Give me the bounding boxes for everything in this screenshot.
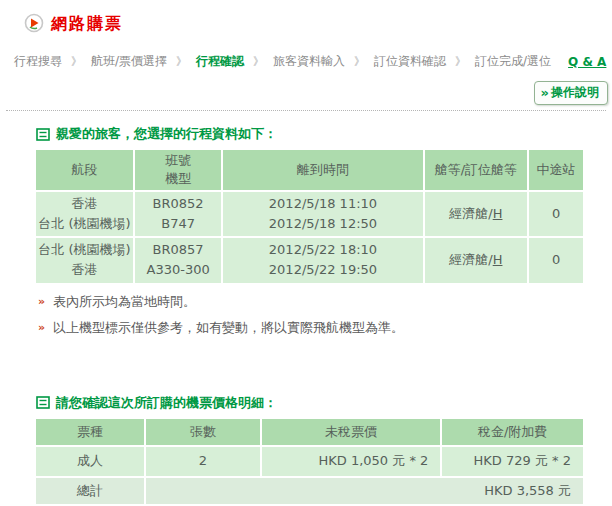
- total-row: 總計 HKD 3,558 元: [36, 478, 583, 504]
- cabin-cell: 經濟艙/H: [425, 192, 527, 236]
- page-header: 網路購票: [0, 0, 612, 36]
- toolbar: » 操作說明: [0, 70, 612, 105]
- col-cabin: 艙等/訂位艙等: [425, 150, 527, 190]
- breadcrumb-step-booking-confirm: 訂位資料確認: [374, 53, 446, 70]
- itinerary-header-row: 航段 班號 機型 離到時間 艙等/訂位艙等 中途站: [36, 150, 583, 190]
- base-fare-cell: HKD 1,050 元 * 2: [262, 447, 441, 476]
- help-button[interactable]: » 操作說明: [534, 81, 608, 105]
- breadcrumb-separator-icon: 》: [354, 54, 365, 69]
- flight-cell: BR0852 B747: [135, 192, 221, 236]
- col-stops: 中途站: [529, 150, 583, 190]
- booking-class-link[interactable]: H: [493, 206, 503, 221]
- stops-cell: 0: [529, 238, 583, 282]
- tax-cell: HKD 729 元 * 2: [442, 447, 583, 476]
- breadcrumb-separator-icon: 》: [176, 54, 187, 69]
- stops-cell: 0: [529, 192, 583, 236]
- dotted-divider: [6, 110, 606, 111]
- ticket-type-cell: 成人: [36, 447, 144, 476]
- spacer: [0, 338, 612, 380]
- total-value-cell: HKD 3,558 元: [146, 478, 583, 504]
- play-circle-icon: [24, 13, 44, 36]
- segment-cell: 香港 台北 (桃園機場): [36, 192, 133, 236]
- breadcrumb-separator-icon: 》: [71, 54, 82, 69]
- itinerary-section-title: 親愛的旅客，您選擇的行程資料如下：: [36, 125, 612, 143]
- times-cell: 2012/5/22 18:10 2012/5/22 19:50: [223, 238, 422, 282]
- segment-cell: 台北 (桃園機場) 香港: [36, 238, 133, 282]
- col-tax: 稅金/附加費: [442, 419, 583, 445]
- pricing-table: 票種 張數 未稅票價 稅金/附加費 成人 2 HKD 1,050 元 * 2 H…: [34, 417, 585, 506]
- booking-class-link[interactable]: H: [493, 252, 503, 267]
- note-local-time: » 表內所示均為當地時間。: [38, 293, 612, 312]
- quantity-cell: 2: [146, 447, 260, 476]
- page-title: 網路購票: [51, 14, 123, 35]
- note-bullet-icon: »: [38, 293, 45, 312]
- table-row: 台北 (桃園機場) 香港 BR0857 A330-300 2012/5/22 1…: [36, 238, 583, 282]
- table-row: 成人 2 HKD 1,050 元 * 2 HKD 729 元 * 2: [36, 447, 583, 476]
- itinerary-section-title-text: 親愛的旅客，您選擇的行程資料如下：: [56, 125, 277, 143]
- double-chevron-icon: »: [541, 85, 549, 100]
- qa-link[interactable]: Q & A: [568, 55, 606, 69]
- note-aircraft-type: » 以上機型標示僅供參考，如有變動，將以實際飛航機型為準。: [38, 319, 612, 338]
- list-icon: [36, 396, 50, 409]
- breadcrumb-step-itinerary-confirm: 行程確認: [196, 53, 244, 70]
- itinerary-table: 航段 班號 機型 離到時間 艙等/訂位艙等 中途站 香港 台北 (桃園機場) B…: [34, 148, 585, 285]
- help-button-label: 操作說明: [551, 84, 599, 101]
- breadcrumb-step-flight-fare: 航班/票價選擇: [91, 53, 167, 70]
- col-ticket-type: 票種: [36, 419, 144, 445]
- table-row: 香港 台北 (桃園機場) BR0852 B747 2012/5/18 11:10…: [36, 192, 583, 236]
- col-times: 離到時間: [223, 150, 422, 190]
- breadcrumb-step-complete-seat: 訂位完成/選位: [475, 53, 551, 70]
- pricing-section-title: 請您確認這次所訂購的機票價格明細：: [36, 394, 612, 412]
- total-label-cell: 總計: [36, 478, 144, 504]
- cabin-cell: 經濟艙/H: [425, 238, 527, 282]
- col-quantity: 張數: [146, 419, 260, 445]
- col-flight-aircraft: 班號 機型: [135, 150, 221, 190]
- pricing-header-row: 票種 張數 未稅票價 稅金/附加費: [36, 419, 583, 445]
- breadcrumb: 行程搜尋 》 航班/票價選擇 》 行程確認 》 旅客資料輸入 》 訂位資料確認 …: [0, 36, 612, 70]
- breadcrumb-separator-icon: 》: [253, 54, 264, 69]
- col-base-fare: 未稅票價: [262, 419, 441, 445]
- pricing-section-title-text: 請您確認這次所訂購的機票價格明細：: [56, 394, 277, 412]
- breadcrumb-separator-icon: 》: [455, 54, 466, 69]
- flight-cell: BR0857 A330-300: [135, 238, 221, 282]
- breadcrumb-step-passenger-info: 旅客資料輸入: [273, 53, 345, 70]
- breadcrumb-step-search: 行程搜尋: [14, 53, 62, 70]
- times-cell: 2012/5/18 11:10 2012/5/18 12:50: [223, 192, 422, 236]
- list-icon: [36, 128, 50, 141]
- note-bullet-icon: »: [38, 319, 45, 338]
- col-segment: 航段: [36, 150, 133, 190]
